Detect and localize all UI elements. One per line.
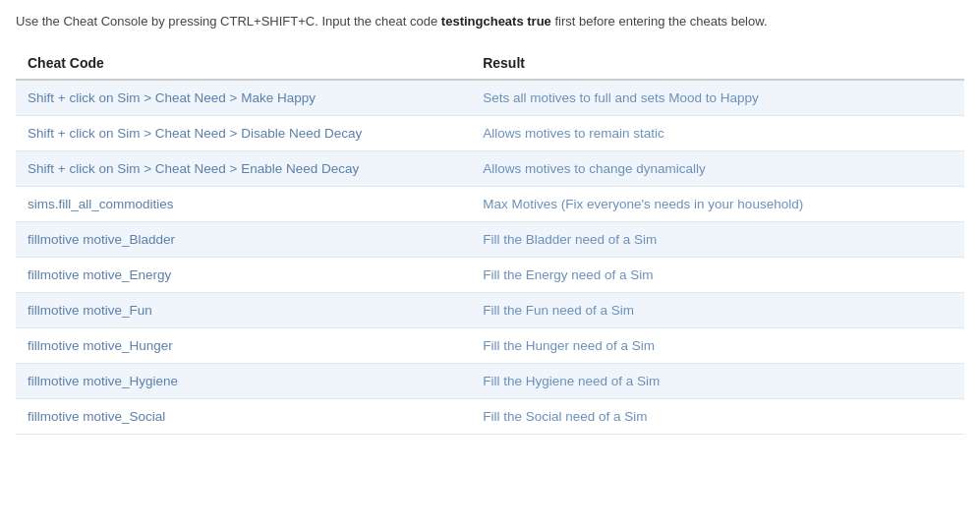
table-header: Cheat Code Result (16, 47, 964, 80)
result-cell: Sets all motives to full and sets Mood t… (471, 80, 964, 116)
intro-paragraph: Use the Cheat Console by pressing CTRL+S… (16, 12, 964, 31)
header-row: Cheat Code Result (16, 47, 964, 80)
code-cell: fillmotive motive_Hygiene (16, 363, 471, 398)
intro-text-after: first before entering the cheats below. (551, 14, 768, 29)
code-cell: Shift + click on Sim > Cheat Need > Make… (16, 80, 471, 116)
table-row: fillmotive motive_FunFill the Fun need o… (16, 292, 964, 327)
table-row: fillmotive motive_BladderFill the Bladde… (16, 221, 964, 257)
result-cell: Fill the Fun need of a Sim (471, 292, 964, 327)
table-row: Shift + click on Sim > Cheat Need > Make… (16, 80, 964, 116)
intro-text-before: Use the Cheat Console by pressing CTRL+S… (16, 14, 441, 29)
result-cell: Fill the Bladder need of a Sim (471, 221, 964, 257)
code-cell: fillmotive motive_Bladder (16, 221, 471, 257)
table-body: Shift + click on Sim > Cheat Need > Make… (16, 80, 964, 435)
table-row: Shift + click on Sim > Cheat Need > Disa… (16, 115, 964, 150)
code-cell: Shift + click on Sim > Cheat Need > Disa… (16, 115, 471, 150)
col-header-result: Result (471, 47, 964, 80)
result-cell: Allows motives to change dynamically (471, 150, 964, 186)
table-row: sims.fill_all_commoditiesMax Motives (Fi… (16, 186, 964, 221)
intro-bold: testingcheats true (441, 14, 551, 29)
table-row: fillmotive motive_HungerFill the Hunger … (16, 327, 964, 363)
code-cell: fillmotive motive_Social (16, 398, 471, 434)
table-row: fillmotive motive_EnergyFill the Energy … (16, 257, 964, 292)
table-row: fillmotive motive_SocialFill the Social … (16, 398, 964, 434)
code-cell: fillmotive motive_Hunger (16, 327, 471, 363)
result-cell: Fill the Social need of a Sim (471, 398, 964, 434)
cheat-table: Cheat Code Result Shift + click on Sim >… (16, 47, 964, 435)
col-header-code: Cheat Code (16, 47, 471, 80)
result-cell: Fill the Hunger need of a Sim (471, 327, 964, 363)
table-row: Shift + click on Sim > Cheat Need > Enab… (16, 150, 964, 186)
result-cell: Fill the Energy need of a Sim (471, 257, 964, 292)
code-cell: fillmotive motive_Fun (16, 292, 471, 327)
code-cell: Shift + click on Sim > Cheat Need > Enab… (16, 150, 471, 186)
result-cell: Fill the Hygiene need of a Sim (471, 363, 964, 398)
result-cell: Max Motives (Fix everyone's needs in you… (471, 186, 964, 221)
table-row: fillmotive motive_HygieneFill the Hygien… (16, 363, 964, 398)
code-cell: fillmotive motive_Energy (16, 257, 471, 292)
code-cell: sims.fill_all_commodities (16, 186, 471, 221)
result-cell: Allows motives to remain static (471, 115, 964, 150)
